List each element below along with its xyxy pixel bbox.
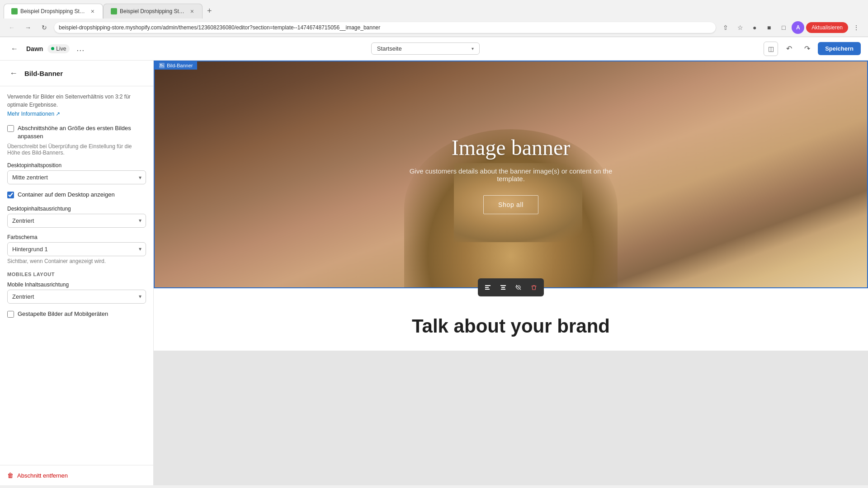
section-height-hint: Überschreibt bei Überprüfung die Einstel… <box>7 143 146 156</box>
tab-favicon-1 <box>11 8 18 14</box>
live-badge: Live <box>47 44 70 53</box>
desktop-align-select-wrapper: Zentriert Links Rechts <box>7 214 146 228</box>
menu-icon[interactable]: ⋮ <box>850 21 863 34</box>
trash-toolbar-icon <box>531 284 537 291</box>
desktop-position-group: Desktopinhaltsposition Mitte zentriert L… <box>7 162 146 184</box>
container-desktop-checkbox[interactable] <box>7 192 14 198</box>
live-label: Live <box>56 46 66 52</box>
forward-nav-button[interactable]: → <box>22 21 34 34</box>
stacked-mobile-checkbox[interactable] <box>7 311 14 318</box>
banner-tag-label: Bild-Banner <box>167 63 193 68</box>
mobile-align-select[interactable]: Zentriert Links Rechts <box>7 290 146 304</box>
delete-section-label: Abschnitt entfernen <box>17 472 68 479</box>
tab-inactive[interactable]: Beispiel Dropshipping Store × <box>103 4 203 19</box>
opera-icon[interactable]: ● <box>748 21 761 34</box>
home-icon-button[interactable]: ← <box>7 42 22 56</box>
section-height-row: Abschnittshöhe an Größe des ersten Bilde… <box>7 124 146 141</box>
brand-section: Talk about your brand <box>154 288 868 351</box>
banner-content: Image banner Give customers details abou… <box>389 126 633 223</box>
desktop-align-group: Desktopinhaltsausrichtung Zentriert Link… <box>7 206 146 228</box>
chevron-down-icon: ▾ <box>472 46 474 51</box>
tab-close-1[interactable]: × <box>90 8 95 15</box>
tab-active[interactable]: Beispiel Dropshipping Store ·... × <box>4 4 103 19</box>
svg-rect-7 <box>501 289 505 290</box>
link-label: Mehr Informationen <box>7 111 54 117</box>
back-button[interactable]: ← <box>7 67 20 80</box>
svg-point-1 <box>160 64 162 66</box>
desktop-view-button[interactable]: ◫ <box>764 42 778 56</box>
mobile-align-label: Mobile Inhaltsausrichtung <box>7 282 146 288</box>
align-left-toolbar-button[interactable] <box>481 281 494 294</box>
page-selector[interactable]: Startseite ▾ <box>371 42 480 55</box>
trash-icon: 🗑 <box>7 472 14 479</box>
bookmark-icon[interactable]: ☆ <box>734 21 746 34</box>
desktop-align-label: Desktopinhaltsausrichtung <box>7 206 146 212</box>
svg-rect-5 <box>500 285 506 286</box>
svg-rect-3 <box>485 287 489 288</box>
banner-image: Image banner Give customers details abou… <box>155 61 867 287</box>
screenshot-icon[interactable]: □ <box>777 21 790 34</box>
desktop-position-select[interactable]: Mitte zentriert Links oben Rechts oben L… <box>7 170 146 184</box>
color-scheme-select[interactable]: Hintergrund 1 Hintergrund 2 Farbe 1 Farb… <box>7 242 146 256</box>
color-scheme-label: Farbschema <box>7 234 146 240</box>
share-icon[interactable]: ⇧ <box>719 21 732 34</box>
image-icon <box>159 63 165 68</box>
tab-favicon-2 <box>111 8 117 14</box>
align-left-icon <box>485 284 491 291</box>
new-tab-button[interactable]: + <box>203 4 217 19</box>
update-button[interactable]: Aktualisieren <box>806 22 848 33</box>
reload-button[interactable]: ↻ <box>38 21 51 34</box>
sidebar-description: Verwende für Bilder ein Seitenverhältnis… <box>7 93 146 109</box>
tab-close-2[interactable]: × <box>189 8 195 15</box>
mehr-informationen-link[interactable]: Mehr Informationen ↗ <box>7 111 146 117</box>
delete-section-footer[interactable]: 🗑 Abschnitt entfernen <box>0 465 153 485</box>
color-scheme-group: Farbschema Hintergrund 1 Hintergrund 2 F… <box>7 234 146 264</box>
color-hint: Sichtbar, wenn Container angezeigt wird. <box>7 258 146 264</box>
delete-toolbar-button[interactable] <box>528 281 540 294</box>
section-height-checkbox[interactable] <box>7 125 14 132</box>
topbar: ← Dawn Live ... Startseite ▾ ◫ ↶ ↷ Speic… <box>0 37 868 61</box>
color-scheme-select-wrapper: Hintergrund 1 Hintergrund 2 Farbe 1 Farb… <box>7 242 146 256</box>
svg-rect-4 <box>485 289 490 290</box>
topbar-right: ◫ ↶ ↷ Speichern <box>764 42 861 56</box>
section-height-label: Abschnittshöhe an Größe des ersten Bilde… <box>18 124 146 141</box>
visibility-toolbar-button[interactable] <box>512 281 525 294</box>
topbar-left: ← Dawn Live ... <box>7 42 87 56</box>
save-button[interactable]: Speichern <box>818 42 861 55</box>
container-desktop-row: Container auf dem Desktop anzeigen <box>7 191 146 199</box>
banner-section[interactable]: Bild-Banner Image banner Give customers … <box>154 61 868 288</box>
topbar-center: Startseite ▾ <box>92 42 758 55</box>
preview-inner: Bild-Banner Image banner Give customers … <box>154 61 868 351</box>
align-center-toolbar-button[interactable] <box>497 281 509 294</box>
redo-button[interactable]: ↷ <box>800 42 814 56</box>
stacked-mobile-label: Gestapelte Bilder auf Mobilgeräten <box>18 310 108 318</box>
svg-rect-2 <box>485 285 491 286</box>
svg-rect-0 <box>159 63 165 68</box>
mobile-align-group: Mobile Inhaltsausrichtung Zentriert Link… <box>7 282 146 304</box>
eye-off-icon <box>515 284 522 291</box>
user-avatar[interactable]: A <box>792 21 804 34</box>
shop-all-button[interactable]: Shop all <box>483 195 538 214</box>
back-nav-button[interactable]: ← <box>5 21 18 34</box>
undo-button[interactable]: ↶ <box>782 42 796 56</box>
address-bar: ← → ↻ ⇧ ☆ ● ■ □ A Aktualisieren ⋮ <box>0 19 868 37</box>
sidebar-header: ← Bild-Banner <box>0 61 153 86</box>
tab-bar: Beispiel Dropshipping Store ·... × Beisp… <box>0 0 868 19</box>
sidebar-title: Bild-Banner <box>24 70 63 77</box>
live-indicator <box>51 47 54 50</box>
tab-label-1: Beispiel Dropshipping Store ·... <box>20 8 87 14</box>
sidebar: ← Bild-Banner Verwende für Bilder ein Se… <box>0 61 154 485</box>
extensions-icon[interactable]: ■ <box>763 21 775 34</box>
external-link-icon: ↗ <box>56 111 60 117</box>
more-options-button[interactable]: ... <box>74 42 87 55</box>
align-center-icon <box>500 284 506 291</box>
sidebar-content: Verwende für Bilder ein Seitenverhältnis… <box>0 86 153 465</box>
brand-title: Talk about your brand <box>163 315 859 337</box>
address-input[interactable] <box>54 22 716 33</box>
page-selector-label: Startseite <box>377 45 469 52</box>
tab-label-2: Beispiel Dropshipping Store <box>120 8 187 14</box>
desktop-align-select[interactable]: Zentriert Links Rechts <box>7 214 146 228</box>
container-desktop-label: Container auf dem Desktop anzeigen <box>18 191 115 199</box>
banner-subtitle: Give customers details about the banner … <box>398 167 624 183</box>
svg-rect-6 <box>501 287 505 288</box>
